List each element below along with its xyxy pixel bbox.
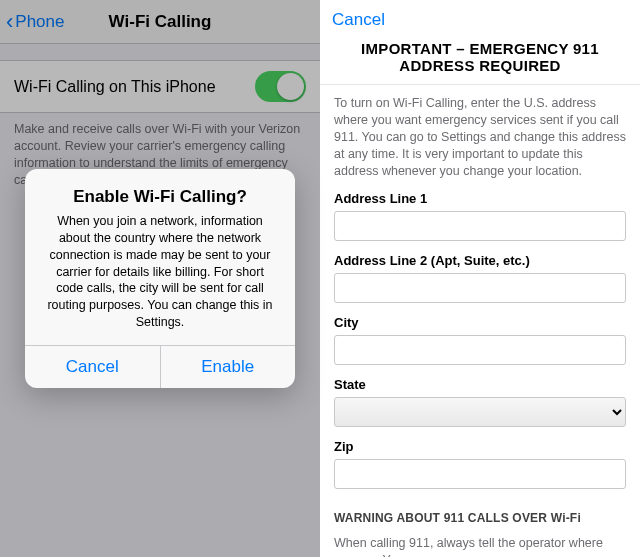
- right-nav-bar: Cancel: [320, 0, 640, 36]
- city-input[interactable]: [334, 335, 626, 365]
- address-line-2-field: Address Line 2 (Apt, Suite, etc.): [322, 249, 638, 311]
- left-phone-screen: ‹ Phone Wi-Fi Calling Wi-Fi Calling on T…: [0, 0, 320, 557]
- alert-enable-button[interactable]: Enable: [160, 346, 296, 388]
- address-line-1-field: Address Line 1: [322, 187, 638, 249]
- zip-input[interactable]: [334, 459, 626, 489]
- zip-label: Zip: [334, 439, 626, 454]
- zip-field: Zip: [322, 435, 638, 497]
- cancel-button[interactable]: Cancel: [332, 10, 385, 29]
- city-label: City: [334, 315, 626, 330]
- intro-text: To turn on Wi-Fi Calling, enter the U.S.…: [322, 85, 638, 187]
- warning-body: When calling 911, always tell the operat…: [322, 531, 638, 557]
- emergency-heading: IMPORTANT – EMERGENCY 911 ADDRESS REQUIR…: [320, 36, 640, 85]
- address-line-1-label: Address Line 1: [334, 191, 626, 206]
- state-field: State: [322, 373, 638, 435]
- alert-message: When you join a network, information abo…: [41, 213, 279, 331]
- screenshot-container: ‹ Phone Wi-Fi Calling Wi-Fi Calling on T…: [0, 0, 640, 557]
- modal-backdrop: Enable Wi-Fi Calling? When you join a ne…: [0, 0, 320, 557]
- warning-heading: WARNING ABOUT 911 CALLS OVER Wi-Fi: [322, 497, 638, 531]
- right-phone-screen: Cancel IMPORTANT – EMERGENCY 911 ADDRESS…: [320, 0, 640, 557]
- state-select[interactable]: [334, 397, 626, 427]
- alert-title: Enable Wi-Fi Calling?: [41, 187, 279, 207]
- form-scroll-area[interactable]: To turn on Wi-Fi Calling, enter the U.S.…: [320, 85, 640, 557]
- alert-buttons: Cancel Enable: [25, 345, 295, 388]
- alert-body: Enable Wi-Fi Calling? When you join a ne…: [25, 169, 295, 345]
- address-line-1-input[interactable]: [334, 211, 626, 241]
- address-line-2-label: Address Line 2 (Apt, Suite, etc.): [334, 253, 626, 268]
- city-field: City: [322, 311, 638, 373]
- state-label: State: [334, 377, 626, 392]
- address-line-2-input[interactable]: [334, 273, 626, 303]
- enable-wifi-calling-alert: Enable Wi-Fi Calling? When you join a ne…: [25, 169, 295, 388]
- alert-cancel-button[interactable]: Cancel: [25, 346, 160, 388]
